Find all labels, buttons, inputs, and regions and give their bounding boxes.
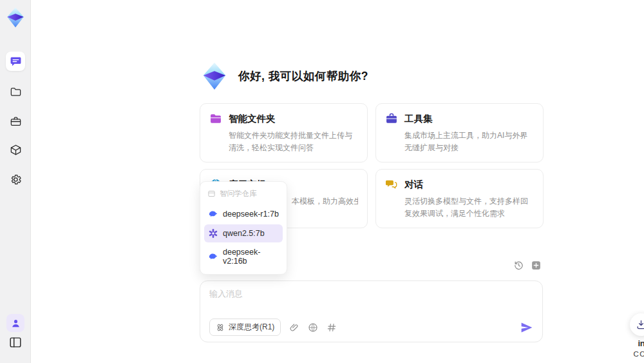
app-logo-icon (5, 6, 26, 28)
download-button[interactable] (630, 313, 644, 336)
card-toolset[interactable]: 工具集 集成市场上主流工具，助力AI与外界无缝扩展与对接 (375, 103, 544, 162)
folder-filled-icon (209, 112, 222, 125)
download-icon (636, 319, 644, 330)
deepseek-icon (208, 251, 218, 262)
chat-bubbles-icon (385, 178, 398, 191)
attachment-icon[interactable] (289, 322, 299, 333)
greeting: 你好, 我可以如何帮助你? (200, 61, 368, 91)
model-dropdown: 智问学仓库 deepseek-r1:7b qwen2.5:7b deepseek… (200, 181, 287, 275)
intel-core-badge: intel core Ultra (627, 338, 644, 363)
sidebar-item-chat[interactable] (6, 52, 25, 71)
qwen-icon (208, 228, 218, 239)
main-content: 你好, 我可以如何帮助你? 智能文件夹 智能文件夹功能支持批量文件上传与清洗，轻… (31, 0, 644, 363)
model-option-qwen25[interactable]: qwen2.5:7b (204, 224, 283, 242)
sidebar-item-apps[interactable] (6, 140, 25, 159)
sidebar-item-folders[interactable] (6, 82, 25, 101)
user-icon (10, 318, 21, 329)
sidebar-item-settings[interactable] (6, 170, 25, 189)
user-profile-button[interactable] (6, 314, 24, 332)
card-description: 灵活切换多模型与文件，支持多样回复效果调试，满足个性化需求 (404, 195, 534, 219)
chat-input-box: 深度思考(R1) (200, 280, 543, 342)
intel-logo-text: intel (638, 338, 644, 348)
core-logo-text: core (633, 350, 644, 358)
card-conversation[interactable]: 对话 灵活切换多模型与文件，支持多样回复效果调试，满足个性化需求 (375, 169, 544, 228)
model-repo-header: 智问学仓库 (204, 186, 283, 204)
send-icon[interactable] (520, 321, 533, 334)
globe-icon[interactable] (308, 322, 318, 333)
history-icon[interactable] (513, 260, 524, 271)
hash-icon[interactable] (327, 322, 337, 333)
model-option-deepseek-r1[interactable]: deepseek-r1:7b (204, 205, 283, 223)
deepseek-icon (208, 209, 218, 219)
card-title: 工具集 (404, 113, 433, 125)
card-title: 对话 (404, 179, 423, 191)
card-smart-folder[interactable]: 智能文件夹 智能文件夹功能支持批量文件上传与清洗，轻松实现文件问答 (200, 103, 368, 162)
atom-icon (216, 323, 225, 332)
input-toolbar: 深度思考(R1) (209, 319, 533, 336)
card-description: 智能文件夹功能支持批量文件上传与清洗，轻松实现文件问答 (229, 130, 358, 153)
sidebar (0, 0, 31, 363)
folder-icon (10, 86, 22, 98)
model-option-deepseek-v2[interactable]: deepseek-v2:16b (204, 244, 283, 270)
app-logo-icon (200, 61, 229, 91)
greeting-title: 你好, 我可以如何帮助你? (238, 68, 368, 84)
panel-toggle-icon (8, 335, 23, 349)
tier-text: Ultra (627, 360, 644, 363)
chat-bubble-icon (10, 55, 22, 68)
repo-icon (207, 190, 216, 198)
sidebar-item-tools[interactable] (6, 112, 25, 131)
message-input[interactable] (209, 288, 533, 313)
new-chat-icon[interactable] (531, 260, 542, 271)
cube-icon (10, 144, 22, 156)
card-description: 集成市场上主流工具，助力AI与外界无缝扩展与对接 (404, 130, 534, 153)
briefcase-icon (10, 115, 22, 128)
gear-icon (10, 173, 22, 186)
deep-think-toggle[interactable]: 深度思考(R1) (209, 319, 281, 336)
collapse-sidebar-button[interactable] (8, 335, 23, 349)
briefcase-filled-icon (385, 112, 398, 125)
card-title: 智能文件夹 (229, 113, 276, 125)
